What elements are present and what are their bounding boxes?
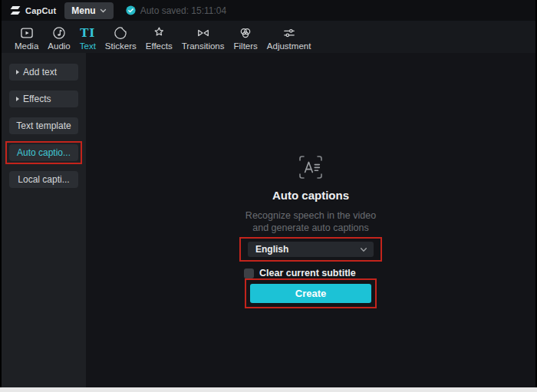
autosave-status: Auto saved: 15:11:04 (126, 5, 227, 16)
text-icon: TI (80, 25, 95, 41)
filters-icon (238, 25, 253, 41)
sidebar-item-label: Local capti... (18, 174, 69, 185)
transitions-icon (196, 25, 211, 41)
tab-audio-label: Audio (48, 41, 70, 51)
panel-description-line1: Recognize speech in the video (245, 209, 376, 222)
audio-icon (51, 25, 67, 41)
clear-subtitle-checkbox[interactable] (244, 268, 254, 278)
autosave-text: Auto saved: 15:11:04 (140, 5, 227, 16)
window-bottom-edge (0, 387, 537, 392)
clear-subtitle-row: Clear current subtitle (239, 268, 382, 278)
media-icon (19, 25, 35, 41)
tab-transitions[interactable]: Transitions (177, 21, 229, 51)
language-select-value: English (255, 244, 288, 255)
sidebar-item-text-template[interactable]: Text template (9, 117, 78, 134)
tab-audio[interactable]: Audio (43, 21, 74, 51)
capcut-logo-icon (9, 5, 21, 15)
sidebar-item-label: Add text (23, 67, 57, 77)
app-brand: CapCut (9, 5, 56, 15)
tab-adjustment[interactable]: Adjustment (262, 21, 316, 51)
chevron-down-icon (360, 247, 367, 252)
adjustment-icon (282, 25, 297, 41)
check-circle-icon (126, 5, 136, 15)
sidebar-item-effects[interactable]: Effects (9, 91, 78, 107)
sidebar-item-add-text[interactable]: Add text (9, 64, 78, 81)
tab-effects[interactable]: Effects (141, 21, 177, 51)
panel-title: Auto captions (272, 189, 349, 203)
sidebar-item-label: Auto captio... (17, 147, 71, 158)
menu-button-label: Menu (71, 5, 95, 16)
app-brand-label: CapCut (25, 6, 56, 15)
language-select[interactable]: English (248, 242, 374, 257)
tab-filters[interactable]: Filters (229, 21, 262, 51)
tab-filters-label: Filters (234, 41, 258, 51)
sidebar-item-auto-captions[interactable]: Auto captio... (9, 144, 78, 161)
tab-adjustment-label: Adjustment (267, 41, 311, 51)
auto-captions-panel: Auto captions Recognize speech in the vi… (86, 53, 535, 387)
tab-effects-label: Effects (146, 41, 173, 51)
auto-captions-icon (297, 153, 325, 181)
tab-media-label: Media (15, 41, 38, 51)
title-bar: CapCut Menu Auto saved: 15:11:04 (2, 0, 535, 21)
menu-button[interactable]: Menu (64, 2, 113, 19)
sidebar-item-local-captions[interactable]: Local capti... (9, 171, 78, 188)
effects-icon (151, 25, 166, 41)
sidebar-item-label: Effects (23, 94, 51, 104)
tab-transitions-label: Transitions (182, 41, 225, 51)
panel-description: Recognize speech in the video and genera… (245, 209, 376, 234)
annotation-box-create: Create (245, 278, 377, 308)
clear-subtitle-label: Clear current subtitle (259, 268, 356, 278)
tab-text[interactable]: TI Text (75, 21, 100, 51)
sidebar-item-label: Text template (16, 120, 71, 131)
annotation-box-auto-captions: Auto captio... (5, 141, 82, 164)
annotation-box-language: English (239, 237, 382, 262)
disclosure-arrow-icon (16, 97, 19, 101)
tab-text-label: Text (80, 41, 96, 51)
media-type-toolbar: Media Audio TI Text Stickers (2, 21, 535, 53)
panel-description-line2: and generate auto captions (245, 222, 376, 234)
chevron-down-icon (100, 8, 107, 13)
tab-media[interactable]: Media (10, 21, 43, 51)
create-button[interactable]: Create (250, 284, 371, 303)
tab-stickers[interactable]: Stickers (100, 21, 141, 51)
disclosure-arrow-icon (16, 70, 19, 74)
tab-stickers-label: Stickers (105, 41, 137, 51)
stickers-icon (113, 25, 128, 41)
text-sidebar: Add text Effects Text template Auto capt… (2, 53, 86, 387)
